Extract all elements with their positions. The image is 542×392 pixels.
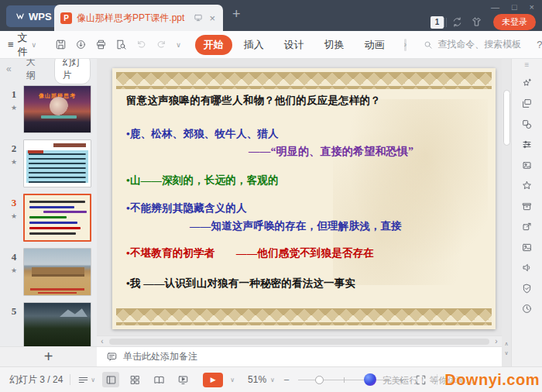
slide-text-line[interactable]: ——知道这声呼唤的存在，但理解肤浅，直接 <box>190 219 402 233</box>
help-button[interactable]: ? <box>537 39 542 50</box>
hscroll-thumb[interactable] <box>109 339 489 345</box>
zoom-slider-handle[interactable] <box>315 376 324 384</box>
ribbon-overflow-icon[interactable]: › <box>404 39 406 51</box>
object-properties-icon[interactable] <box>521 139 533 150</box>
share-icon[interactable] <box>521 221 533 232</box>
collapse-panel-icon[interactable]: « <box>6 64 12 74</box>
animation-star-icon[interactable]: ★ <box>11 105 17 112</box>
slide-sorter-icon <box>129 374 141 386</box>
tab-slides[interactable]: 幻灯片 <box>54 59 91 84</box>
shapes-icon[interactable] <box>521 119 533 130</box>
slide-thumbnail-3-selected[interactable] <box>23 194 91 242</box>
rail-handle[interactable]: ≡ <box>525 62 530 68</box>
horizontal-scrollbar[interactable]: ‹ › <box>97 335 502 346</box>
notes-lines-icon <box>77 374 89 386</box>
slide-number: 5 <box>12 305 17 318</box>
thumb1-subtitle-bar <box>41 115 77 119</box>
print-preview-icon[interactable] <box>115 39 127 50</box>
tab-insert[interactable]: 插入 <box>235 35 273 55</box>
file-menu-button[interactable]: ≡ 文件 ∨ <box>8 31 36 59</box>
search-icon <box>424 40 433 50</box>
new-tab-button[interactable]: + <box>232 6 241 22</box>
slide-text-line[interactable]: •不堪教育的初学者 ——他们感觉不到狼是否存在 <box>126 246 374 260</box>
notes-placeholder: 单击此处添加备注 <box>123 350 197 363</box>
wps-home-button[interactable]: WPS <box>6 5 61 27</box>
minimize-button[interactable]: — <box>491 2 499 12</box>
login-button[interactable]: 未登录 <box>493 14 536 30</box>
zoom-dropdown-icon[interactable]: ∨ <box>270 377 275 383</box>
doc-count-badge[interactable]: 1 <box>431 16 444 29</box>
slide-text-line[interactable]: •山——深刻的，长远的，客观的 <box>126 174 279 187</box>
tab-transition[interactable]: 切换 <box>316 35 353 55</box>
tab-close-icon[interactable]: × <box>208 12 217 24</box>
tab-design[interactable]: 设计 <box>276 35 313 55</box>
menu-icon: ≡ <box>8 39 14 50</box>
export-icon[interactable] <box>75 39 87 50</box>
history-clock-icon[interactable] <box>521 303 533 315</box>
smart-beautify-icon[interactable] <box>521 77 533 89</box>
tab-animation[interactable]: 动画 <box>356 35 393 55</box>
normal-view-button[interactable] <box>102 372 119 387</box>
qat-dropdown-icon[interactable]: ∨ <box>176 41 181 49</box>
add-slide-button[interactable]: + <box>0 346 97 366</box>
slide-layout-icon[interactable] <box>521 98 533 109</box>
print-icon[interactable] <box>95 39 107 50</box>
slide-thumbnail-4[interactable] <box>23 248 91 296</box>
slide-thumb-row-4: 4 ★ <box>5 248 94 296</box>
vscroll-thumb[interactable] <box>503 90 510 146</box>
slide-thumbnail-1[interactable]: 像山那样思考 <box>23 85 91 133</box>
slideshow-view-button[interactable] <box>174 372 191 387</box>
verify-badge-icon[interactable] <box>521 283 533 294</box>
save-icon[interactable] <box>55 39 67 50</box>
document-tab[interactable]: P 像山那样思考PPT课件.ppt × <box>54 5 223 31</box>
favorites-star-icon[interactable] <box>521 180 533 191</box>
animation-star-icon[interactable]: ★ <box>11 159 17 166</box>
slide-text-line[interactable]: ——“明显的、直接的希望和恐惧” <box>249 145 413 159</box>
current-slide[interactable]: 留意这声狼嗥的有哪些人和物？他们的反应是怎样的？ •鹿、松林、郊狼、牧牛人、猎人… <box>112 68 496 329</box>
material-box-icon[interactable] <box>521 201 533 212</box>
undo-icon[interactable] <box>136 39 147 50</box>
ppt-file-icon: P <box>60 12 72 24</box>
wps-presentation-window: { "titlebar": { "app_name": "WPS", "doc_… <box>0 0 542 392</box>
reading-view-button[interactable] <box>150 372 167 387</box>
slide-text-line[interactable]: •不能辨别其隐藏含义的人 <box>126 201 247 215</box>
mini-line <box>43 211 87 213</box>
sync-icon[interactable] <box>451 16 463 28</box>
slide-text-line[interactable]: •我 ——认识到山对狼有一种秘密的看法这一事实 <box>126 277 355 291</box>
zoom-out-button[interactable]: − <box>282 374 291 386</box>
scroll-left-icon[interactable]: ‹ <box>97 337 108 346</box>
slide-sorter-view-button[interactable] <box>126 372 143 387</box>
close-button[interactable]: × <box>530 2 534 12</box>
assistant-orb-icon[interactable] <box>364 373 376 386</box>
slide-thumbnail-5[interactable] <box>23 302 91 346</box>
vertical-scrollbar[interactable]: ∧ ∨ <box>502 59 511 366</box>
tab-preview-icon[interactable] <box>194 13 203 22</box>
mini-line <box>29 201 85 203</box>
previous-slide-button[interactable]: ∧ <box>502 341 511 346</box>
scroll-right-icon[interactable]: › <box>491 337 502 346</box>
command-search[interactable]: 查找命令、搜索模板 <box>424 38 521 51</box>
image-icon[interactable] <box>521 242 533 253</box>
next-slide-button[interactable]: ∨ <box>502 350 511 356</box>
redo-icon[interactable] <box>156 39 167 50</box>
design-gallery-icon[interactable] <box>521 160 533 171</box>
notes-toggle-button[interactable]: ∨ <box>77 374 95 386</box>
tab-home[interactable]: 开始 <box>195 35 232 55</box>
divider <box>70 374 70 385</box>
slide-text-line[interactable]: •鹿、松林、郊狼、牧牛人、猎人 <box>126 127 279 141</box>
titlebar: WPS P 像山那样思考PPT课件.ppt × + — □ × 1 未登录 <box>0 0 542 31</box>
play-options-icon[interactable]: ∨ <box>230 377 235 383</box>
maximize-button[interactable]: □ <box>512 2 517 12</box>
play-slideshow-button[interactable]: ▶ <box>203 373 223 387</box>
slide-thumbnail-2[interactable] <box>23 139 91 187</box>
audio-icon[interactable] <box>521 262 533 273</box>
tab-outline[interactable]: 大纲 <box>19 59 47 84</box>
zoom-value[interactable]: 51% <box>248 374 266 385</box>
skin-icon[interactable] <box>471 16 482 28</box>
mini-line <box>29 227 81 229</box>
animation-star-icon[interactable]: ★ <box>11 213 17 220</box>
thumb2-text-block <box>26 150 88 183</box>
notes-area[interactable]: 单击此处添加备注 <box>97 346 502 366</box>
slide-title[interactable]: 留意这声狼嗥的有哪些人和物？他们的反应是怎样的？ <box>126 94 381 108</box>
animation-star-icon[interactable]: ★ <box>11 267 17 274</box>
